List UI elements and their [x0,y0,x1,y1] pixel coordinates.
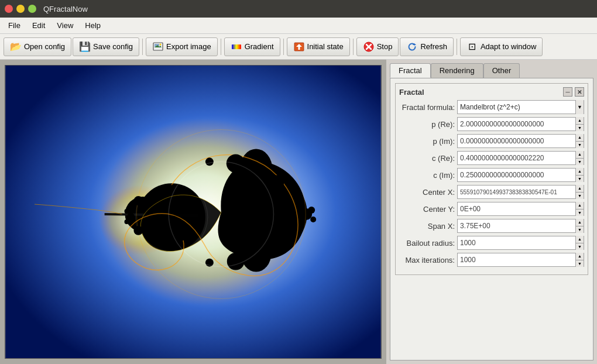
p-im-input[interactable] [458,135,575,147]
toolbar-separator-3 [283,39,284,55]
titlebar: QFractalNow [0,0,597,18]
right-panel: Fractal Rendering Other Fractal ─ ✕ Frac… [386,60,597,364]
export-image-button[interactable]: Export image [146,37,218,56]
max-iter-down-button[interactable]: ▼ [576,260,584,267]
max-iter-label: Max iterations: [399,256,455,265]
minimize-button[interactable] [16,5,25,13]
form-row-p-im: p (Im): ▲ ▼ [399,134,584,148]
gradient-icon [231,41,242,53]
menubar: File Edit View Help [0,18,597,34]
main-content: Fractal Rendering Other Fractal ─ ✕ Frac… [0,60,597,364]
p-im-input-wrap: ▲ ▼ [457,134,584,148]
c-im-input[interactable] [458,169,575,181]
p-im-spinners: ▲ ▼ [575,134,584,148]
max-iter-up-button[interactable]: ▲ [576,253,584,260]
c-im-input-wrap: ▲ ▼ [457,168,584,182]
group-minimize-icon[interactable]: ─ [563,87,572,97]
adapt-window-button[interactable]: ⊡ Adapt to window [460,37,543,56]
p-re-up-button[interactable]: ▲ [576,117,584,125]
canvas-area[interactable] [0,60,386,364]
c-re-down-button[interactable]: ▼ [576,159,584,166]
toolbar: 📂 Open config 💾 Save config Export image [0,34,597,60]
group-close-icon[interactable]: ✕ [575,87,584,97]
form-row-center-y: Center Y: ▲ ▼ [399,202,584,216]
toolbar-separator-4 [353,39,354,55]
center-x-up-button[interactable]: ▲ [576,185,584,193]
center-x-label: Center X: [399,188,455,197]
toolbar-separator-2 [221,39,221,55]
svg-point-3 [160,43,162,45]
center-x-input-wrap: ▲ ▼ [457,185,584,199]
p-re-input[interactable] [458,118,575,131]
fractal-formula-select-wrap: Mandelbrot (z^2+c) Julia (z^2+c) Burning… [457,100,584,114]
refresh-button[interactable]: Refresh [400,37,454,56]
p-im-up-button[interactable]: ▲ [576,134,584,142]
fractal-formula-select[interactable]: Mandelbrot (z^2+c) Julia (z^2+c) Burning… [458,101,575,114]
c-im-label: c (Im): [399,171,455,180]
open-config-button[interactable]: 📂 Open config [4,37,71,56]
center-y-input[interactable] [458,202,575,215]
c-re-input[interactable] [458,152,575,164]
p-re-label: p (Re): [399,120,455,129]
menu-file[interactable]: File [2,20,26,31]
fractal-group: Fractal ─ ✕ Fractal formula: Mandelbrot … [395,83,588,275]
initial-state-icon [293,41,305,53]
bailout-down-button[interactable]: ▼ [576,243,584,250]
tab-rendering[interactable]: Rendering [431,63,483,78]
p-re-spinners: ▲ ▼ [575,117,584,131]
c-re-up-button[interactable]: ▲ [576,151,584,159]
toolbar-separator-5 [457,39,457,55]
svg-point-29 [133,196,143,205]
bailout-input-wrap: ▲ ▼ [457,236,584,250]
window-title: QFractalNow [43,5,592,13]
gradient-button[interactable]: Gradient [224,37,280,56]
c-re-input-wrap: ▲ ▼ [457,151,584,165]
center-x-down-button[interactable]: ▼ [576,193,584,200]
form-row-c-im: c (Im): ▲ ▼ [399,168,584,182]
center-y-up-button[interactable]: ▲ [576,202,584,210]
bailout-up-button[interactable]: ▲ [576,236,584,243]
maximize-button[interactable] [28,5,36,13]
export-image-label: Export image [166,42,211,51]
max-iter-input[interactable] [458,253,575,266]
initial-state-button[interactable]: Initial state [287,37,350,56]
center-y-down-button[interactable]: ▼ [576,210,584,217]
center-y-input-wrap: ▲ ▼ [457,202,584,216]
refresh-label: Refresh [420,42,447,51]
center-y-label: Center Y: [399,205,455,214]
p-re-down-button[interactable]: ▼ [576,125,584,132]
svg-point-22 [270,232,284,246]
gradient-label: Gradient [245,42,274,51]
save-config-button[interactable]: 💾 Save config [73,37,139,56]
initial-state-label: Initial state [307,42,344,51]
group-box-controls: ─ ✕ [563,87,584,97]
span-x-input[interactable] [458,219,575,232]
span-x-up-button[interactable]: ▲ [576,219,584,226]
form-row-c-re: c (Re): ▲ ▼ [399,151,584,165]
fractal-formula-label: Fractal formula: [399,103,455,112]
menu-help[interactable]: Help [79,20,107,31]
stop-button[interactable]: Stop [356,37,399,56]
c-re-label: c (Re): [399,154,455,163]
select-arrow-icon: ▼ [575,100,584,114]
tab-fractal[interactable]: Fractal [390,63,431,78]
close-button[interactable] [5,5,13,13]
bailout-input[interactable] [458,236,575,249]
c-im-down-button[interactable]: ▼ [576,176,584,183]
export-icon [152,41,164,53]
c-im-spinners: ▲ ▼ [575,168,584,182]
center-x-input[interactable] [458,186,575,198]
tab-other[interactable]: Other [483,63,520,78]
stop-icon [363,41,375,53]
c-im-up-button[interactable]: ▲ [576,168,584,176]
menu-edit[interactable]: Edit [26,20,51,31]
fractal-group-header: Fractal ─ ✕ [399,86,584,100]
toolbar-separator-1 [142,39,143,55]
span-x-down-button[interactable]: ▼ [576,226,584,233]
fractal-display[interactable] [5,65,382,359]
menu-view[interactable]: View [51,20,79,31]
p-im-down-button[interactable]: ▼ [576,142,584,149]
svg-point-20 [227,253,245,270]
max-iter-input-wrap: ▲ ▼ [457,253,584,267]
svg-point-34 [308,207,315,214]
